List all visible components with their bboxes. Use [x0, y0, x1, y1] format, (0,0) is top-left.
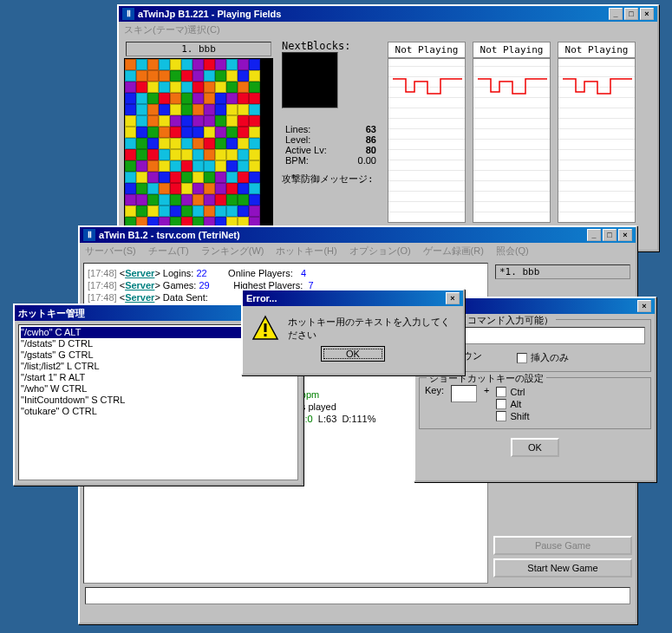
cell	[147, 70, 159, 82]
menu-skin[interactable]: スキン(テーマ)選択(C)	[124, 23, 220, 36]
window-title: aTwin B1.2 - tsrv.com (TetriNet)	[99, 230, 240, 240]
activelv-value: 80	[366, 145, 376, 155]
cell	[238, 93, 249, 104]
start-game-button[interactable]: Start New Game	[493, 558, 632, 578]
minimize-button[interactable]: _	[609, 8, 623, 20]
cell	[147, 172, 159, 183]
error-dialog: Error... × ホットキー用のテキストを入力してください OK	[241, 289, 465, 375]
shift-checkbox[interactable]: Shift	[496, 411, 529, 421]
app-icon: Ⅱ	[122, 8, 134, 20]
ctrl-checkbox[interactable]: Ctrl	[496, 387, 529, 397]
cell	[249, 183, 260, 194]
list-item[interactable]: "/who" W CTRL	[21, 383, 296, 395]
menu-item[interactable]: ランキング(W)	[201, 245, 264, 258]
cell	[181, 138, 192, 149]
cell	[147, 160, 159, 172]
cell	[136, 138, 147, 149]
cell	[238, 70, 249, 82]
cell	[170, 172, 181, 183]
titlebar[interactable]: Ⅱ aTwinJp B1.221 - Playing Fields _ □ ×	[119, 6, 657, 22]
cell	[125, 149, 136, 160]
maximize-button[interactable]: □	[624, 8, 638, 20]
cell	[181, 70, 192, 82]
bpm-label: BPM:	[285, 155, 309, 166]
menu-item[interactable]: 照会(Q)	[496, 245, 529, 258]
cell	[181, 160, 192, 172]
cell	[215, 183, 226, 194]
cell	[215, 149, 226, 160]
alt-checkbox[interactable]: Alt	[496, 399, 529, 409]
cell	[204, 138, 215, 149]
cell	[192, 172, 204, 183]
close-button[interactable]: ×	[640, 8, 654, 20]
menu-item[interactable]: ホットキー(H)	[276, 245, 336, 258]
pause-game-button[interactable]: Pause Game	[493, 536, 632, 555]
cell	[226, 149, 238, 160]
warning-icon	[251, 315, 279, 343]
alt-label: Alt	[510, 399, 521, 409]
cell	[181, 115, 192, 127]
opponent-field-3: Not Playing	[558, 42, 636, 250]
cell	[226, 127, 238, 138]
list-item[interactable]: "otukare" O CTRL	[21, 406, 296, 417]
close-button[interactable]: ×	[446, 292, 460, 304]
list-item[interactable]: "InitCountdown" S CTRL	[21, 395, 296, 406]
cell	[170, 93, 181, 104]
cell	[215, 160, 226, 172]
menu-item[interactable]: チーム(T)	[148, 245, 189, 258]
stats-panel: NextBlocks: Lines:63 Level:86 Active Lv:…	[282, 40, 377, 251]
cell	[147, 149, 159, 160]
cell	[204, 82, 215, 93]
cell	[192, 82, 204, 93]
cell	[249, 82, 260, 93]
ok-button[interactable]: OK	[511, 438, 559, 457]
cell	[170, 183, 181, 194]
maximize-button[interactable]: □	[603, 229, 617, 241]
menu-item[interactable]: オプション(O)	[349, 245, 411, 258]
cell	[204, 127, 215, 138]
chat-input[interactable]	[85, 587, 630, 604]
cell	[226, 172, 238, 183]
close-button[interactable]: ×	[637, 300, 651, 312]
cell	[192, 104, 204, 115]
cell	[125, 104, 136, 115]
menu-item[interactable]: サーバー(S)	[85, 245, 136, 258]
menubar: スキン(テーマ)選択(C)	[119, 22, 657, 38]
opponent-grid	[388, 58, 466, 223]
titlebar[interactable]: Error... ×	[243, 290, 463, 306]
cell	[125, 160, 136, 172]
side-field-title: *1. bbb	[495, 264, 630, 279]
cell	[159, 93, 170, 104]
cell	[147, 59, 159, 70]
menubar[interactable]: サーバー(S)チーム(T)ランキング(W)ホットキー(H)オプション(O)ゲーム…	[80, 243, 636, 259]
insert-only-checkbox[interactable]: 挿入のみ	[517, 351, 569, 364]
cell	[192, 183, 204, 194]
opponent-status: Not Playing	[388, 42, 466, 58]
cell	[215, 59, 226, 70]
cell	[181, 149, 192, 160]
cell	[136, 172, 147, 183]
level-value: 86	[366, 134, 376, 145]
titlebar[interactable]: Ⅱ aTwin B1.2 - tsrv.com (TetriNet) _ □ ×	[80, 227, 636, 243]
minimize-button[interactable]: _	[587, 229, 601, 241]
key-input[interactable]	[451, 385, 477, 402]
close-button[interactable]: ×	[618, 229, 632, 241]
cell	[249, 172, 260, 183]
cell	[204, 93, 215, 104]
cell	[249, 160, 260, 172]
cell	[238, 172, 249, 183]
cell	[181, 104, 192, 115]
cell	[215, 172, 226, 183]
cell	[170, 82, 181, 93]
cell	[170, 160, 181, 172]
cell	[136, 59, 147, 70]
opponent-grid	[558, 58, 636, 223]
cell	[238, 104, 249, 115]
ok-button[interactable]: OK	[321, 346, 385, 362]
cell	[181, 82, 192, 93]
dialog-message: ホットキー用のテキストを入力してください	[288, 316, 454, 342]
cell	[226, 93, 238, 104]
menu-item[interactable]: ゲーム録画(R)	[423, 245, 484, 258]
cell	[249, 149, 260, 160]
cell	[226, 59, 238, 70]
